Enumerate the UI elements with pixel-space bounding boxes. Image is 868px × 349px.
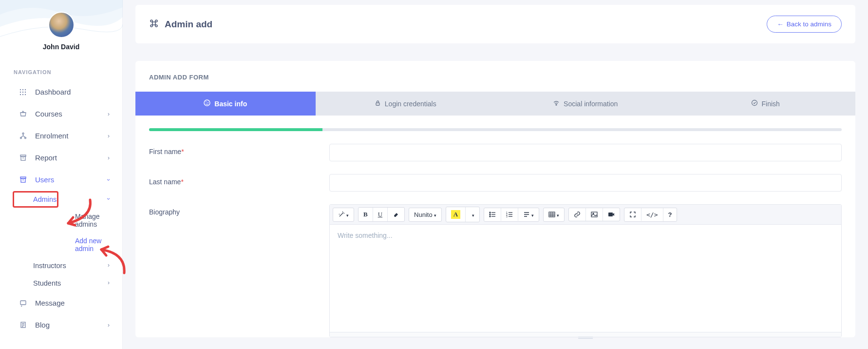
chevron-down-icon: › — [105, 198, 112, 200]
avatar[interactable] — [48, 12, 75, 38]
required-mark: * — [181, 178, 183, 186]
nav-label: Message — [35, 299, 65, 307]
svg-point-3 — [20, 91, 21, 92]
nav-add-new-admin[interactable]: Add new admin — [75, 233, 122, 257]
svg-point-2 — [25, 89, 26, 90]
wifi-icon — [553, 99, 560, 108]
underline-button[interactable]: U — [373, 208, 388, 221]
help-button[interactable]: ? — [663, 208, 677, 221]
nav-report[interactable]: Report › — [0, 147, 122, 169]
font-color-dropdown[interactable] — [466, 208, 479, 221]
nav-blog[interactable]: Blog › — [0, 314, 122, 336]
svg-point-24 — [490, 212, 491, 213]
progress-bar — [149, 128, 842, 131]
document-icon — [18, 321, 28, 329]
tab-basic-info[interactable]: Basic info — [135, 92, 316, 116]
nav-label: Enrolment — [35, 132, 68, 140]
tab-label: Login credentials — [385, 100, 436, 108]
nav-manage-admins[interactable]: Manage admins — [75, 208, 122, 233]
tab-label: Finish — [762, 100, 780, 108]
nav-label: Courses — [35, 110, 62, 118]
lock-icon — [375, 100, 381, 108]
nav-label: Report — [35, 154, 57, 162]
chevron-down-icon: › — [105, 179, 112, 181]
chevron-right-icon: › — [108, 133, 110, 139]
nav-students[interactable]: Students › — [33, 274, 122, 292]
svg-point-4 — [22, 91, 23, 92]
chevron-right-icon: › — [108, 111, 110, 117]
svg-point-19 — [206, 101, 207, 102]
fullscreen-button[interactable] — [624, 208, 642, 221]
last-name-label: Last name* — [149, 174, 329, 186]
image-button[interactable] — [586, 208, 603, 221]
first-name-input[interactable] — [329, 144, 842, 161]
grid-icon — [18, 89, 28, 96]
nav-users[interactable]: Users › — [0, 169, 122, 191]
tab-finish[interactable]: Finish — [676, 92, 856, 116]
svg-point-0 — [20, 89, 21, 90]
basket-icon — [18, 110, 28, 117]
editor-resize-handle[interactable] — [330, 332, 841, 337]
font-family-dropdown[interactable]: Nunito — [409, 208, 441, 221]
tabs: Basic info Login credentials Social info… — [135, 92, 855, 116]
bold-button[interactable]: B — [359, 208, 373, 221]
nav-instructors[interactable]: Instructors › — [33, 257, 122, 274]
biography-editor: B U Nunito A — [329, 204, 842, 337]
nav-label: Add new admin — [75, 237, 101, 252]
svg-point-11 — [24, 137, 26, 139]
tab-login-credentials[interactable]: Login credentials — [316, 92, 496, 116]
nav-admins[interactable]: Admins › — [33, 191, 122, 208]
hierarchy-icon — [18, 132, 28, 139]
nav-enrolment[interactable]: Enrolment › — [0, 125, 122, 147]
label-text: Last name — [149, 178, 181, 186]
command-icon — [149, 19, 159, 30]
nav-label: Students — [33, 279, 61, 287]
form-row-last-name: Last name* — [135, 174, 855, 192]
chevron-right-icon: › — [108, 322, 110, 329]
svg-rect-33 — [608, 213, 613, 216]
nav-courses[interactable]: Courses › — [0, 103, 122, 125]
back-to-admins-button[interactable]: ← Back to admins — [767, 16, 842, 33]
biography-label: Biography — [149, 204, 329, 216]
svg-point-7 — [22, 94, 23, 95]
label-text: Biography — [149, 208, 180, 216]
ordered-list-button[interactable]: 123 — [501, 208, 518, 221]
svg-rect-30 — [549, 212, 555, 217]
svg-point-23 — [752, 100, 757, 106]
svg-rect-31 — [591, 212, 597, 217]
code-view-button[interactable]: </> — [642, 208, 663, 221]
svg-point-25 — [490, 214, 491, 215]
paragraph-dropdown[interactable] — [518, 208, 539, 221]
video-button[interactable] — [603, 208, 620, 221]
nav-label: Admins — [33, 195, 57, 203]
editor-textarea[interactable]: Write something... — [330, 225, 841, 332]
arrow-left-icon: ← — [777, 20, 784, 28]
nav-label: Users — [35, 175, 54, 184]
svg-point-9 — [22, 133, 24, 135]
first-name-label: First name* — [149, 144, 329, 155]
svg-rect-15 — [21, 178, 25, 182]
globe-icon — [204, 99, 210, 108]
tab-social-information[interactable]: Social information — [495, 92, 676, 116]
form-row-biography: Biography B U — [135, 204, 855, 337]
svg-point-18 — [204, 100, 210, 106]
font-name-label: Nunito — [414, 211, 433, 218]
svg-rect-13 — [21, 156, 25, 160]
unordered-list-button[interactable] — [484, 208, 501, 221]
check-circle-icon — [751, 99, 758, 108]
last-name-input[interactable] — [329, 174, 842, 192]
svg-point-8 — [25, 94, 26, 95]
message-icon — [18, 299, 28, 307]
nav-label: Dashboard — [35, 88, 71, 96]
link-button[interactable] — [569, 208, 586, 221]
table-dropdown[interactable] — [544, 208, 564, 221]
font-color-button[interactable]: A — [446, 207, 466, 222]
eraser-button[interactable] — [388, 208, 404, 221]
label-text: First name — [149, 148, 181, 155]
topbar: Admin add ← Back to admins — [135, 5, 855, 43]
archive-icon — [18, 154, 28, 161]
magic-wand-button[interactable] — [333, 208, 354, 221]
nav-dashboard[interactable]: Dashboard — [0, 81, 122, 103]
nav-message[interactable]: Message — [0, 292, 122, 314]
back-button-label: Back to admins — [787, 20, 831, 28]
